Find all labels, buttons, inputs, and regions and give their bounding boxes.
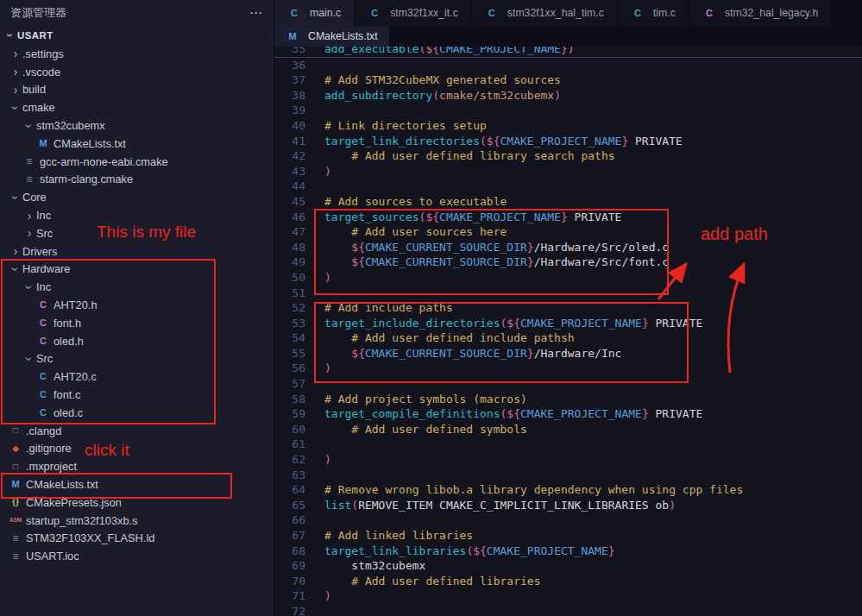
- tab-main.c[interactable]: Cmain.c: [274, 0, 355, 26]
- code-line[interactable]: 65list(REMOVE_ITEM CMAKE_C_IMPLICIT_LINK…: [274, 498, 862, 513]
- tree-item-label: Drivers: [22, 245, 58, 258]
- code-line[interactable]: 45# Add sources to executable: [274, 194, 862, 210]
- code-line[interactable]: 39: [274, 103, 862, 118]
- code-line[interactable]: 56): [274, 361, 862, 376]
- line-number: 67: [280, 528, 305, 544]
- tree-folder-.vscode[interactable]: ›.vscode: [0, 63, 274, 81]
- code-token: ): [568, 47, 575, 55]
- code-line[interactable]: 36: [274, 58, 862, 73]
- tree-file-AHT20.c[interactable]: CAHT20.c: [0, 368, 274, 386]
- code-line[interactable]: 37# Add STM32CubeMX generated sources: [274, 72, 862, 88]
- code-line[interactable]: 59target_compile_definitions(${CMAKE_PRO…: [274, 406, 862, 422]
- code-line[interactable]: 42 # Add user defined library search pat…: [274, 148, 862, 164]
- c-blue-file-icon: C: [36, 390, 50, 399]
- code-line[interactable]: 50): [274, 270, 862, 286]
- tree-item-label: USART.ioc: [26, 550, 79, 563]
- code-line[interactable]: 35add_executable(${CMAKE_PROJECT_NAME}): [274, 47, 862, 58]
- code-line[interactable]: 51: [274, 286, 862, 301]
- code-line[interactable]: 69 stm32cubemx: [274, 558, 862, 574]
- code-line[interactable]: 66: [274, 512, 862, 528]
- tab-label: stm32_hal_legacy.h: [725, 7, 818, 19]
- tab-stm32f1xx_it.c[interactable]: Cstm32f1xx_it.c: [355, 0, 472, 26]
- tree-item-label: starm-clang.cmake: [40, 173, 133, 185]
- line-number: 38: [280, 88, 305, 104]
- code-line[interactable]: 49 ${CMAKE_CURRENT_SOURCE_DIR}/Hardware/…: [274, 255, 862, 270]
- code-line[interactable]: 47 # Add user sources here: [274, 224, 862, 240]
- tree-file-AHT20.h[interactable]: CAHT20.h: [0, 296, 274, 314]
- code-token: # Add STM32CubeMX generated sources: [324, 73, 561, 86]
- tree-file-.gitignore[interactable]: ◆.gitignore: [0, 440, 274, 458]
- code-line[interactable]: 71): [274, 588, 862, 604]
- tab-cmakelists-txt[interactable]: M CMakeLists.txt: [274, 26, 390, 47]
- line-number: 43: [280, 164, 305, 179]
- tree-file-.mxproject[interactable]: □.mxproject: [0, 457, 274, 475]
- tree-file-oled.c[interactable]: Coled.c: [0, 404, 274, 422]
- code-line[interactable]: 60 # Add user defined symbols: [274, 422, 862, 437]
- code-line[interactable]: 43): [274, 164, 862, 179]
- code-line[interactable]: 55 ${CMAKE_CURRENT_SOURCE_DIR}/Hardware/…: [274, 346, 862, 361]
- lines-file-icon: ≡: [22, 174, 36, 185]
- tree-folder-Inc[interactable]: ›Inc: [0, 206, 274, 224]
- tree-folder-Src[interactable]: ›Src: [0, 224, 274, 242]
- code-line[interactable]: 52# Add include paths: [274, 300, 862, 316]
- tree-folder-Src[interactable]: ›Src: [0, 350, 274, 368]
- code-token: }: [642, 407, 649, 420]
- tab-tim.c[interactable]: Ctim.c: [618, 0, 689, 26]
- code-line[interactable]: 53target_include_directories(${CMAKE_PRO…: [274, 316, 862, 331]
- tree-folder-build[interactable]: ›build: [0, 81, 274, 99]
- tree-folder-stm32cubemx[interactable]: ›stm32cubemx: [0, 116, 274, 135]
- tree-file-gcc-arm-none-eabi.cmake[interactable]: ≡gcc-arm-none-eabi.cmake: [0, 153, 274, 171]
- tab-stm32_hal_legacy.h[interactable]: Cstm32_hal_legacy.h: [689, 0, 832, 26]
- code-line[interactable]: 41target_link_directories(${CMAKE_PROJEC…: [274, 134, 862, 149]
- more-actions-icon[interactable]: ⋯: [249, 5, 263, 21]
- tree-file-CMakeLists.txt[interactable]: MCMakeLists.txt: [0, 475, 274, 493]
- code-line[interactable]: 72: [274, 604, 862, 616]
- tree-file-oled.h[interactable]: Coled.h: [0, 332, 274, 350]
- tree-folder-.settings[interactable]: ›.settings: [0, 45, 274, 63]
- tree-file-STM32F103XX_FLASH.ld[interactable]: ≡STM32F103XX_FLASH.ld: [0, 530, 274, 548]
- tree-item-label: Src: [36, 227, 53, 240]
- code-line[interactable]: 44: [274, 179, 862, 194]
- tree-file-USART.ioc[interactable]: ≡USART.ioc: [0, 547, 274, 565]
- code-line[interactable]: 46target_sources(${CMAKE_PROJECT_NAME} P…: [274, 210, 862, 225]
- code-token: ): [669, 499, 676, 512]
- cmake-file-icon: M: [286, 32, 299, 41]
- c-source-file-icon: C: [287, 9, 301, 18]
- tree-file-font.h[interactable]: Cfont.h: [0, 314, 274, 332]
- code-line[interactable]: 63: [274, 468, 862, 483]
- code-line[interactable]: 58# Add project symbols (macros): [274, 392, 862, 407]
- tree-folder-Drivers[interactable]: ›Drivers: [0, 242, 274, 261]
- tab-label: tim.c: [653, 7, 676, 19]
- code-token: ): [324, 453, 331, 466]
- tree-file-.clangd[interactable]: □.clangd: [0, 422, 274, 440]
- tree-file-CMakePresets.json[interactable]: {}CMakePresets.json: [0, 493, 274, 512]
- tree-file-starm-clang.cmake[interactable]: ≡starm-clang.cmake: [0, 171, 274, 189]
- code-line[interactable]: 67# Add linked libraries: [274, 528, 862, 544]
- tree-folder-Core[interactable]: ›Core: [0, 188, 274, 206]
- code-line[interactable]: 68target_link_libraries(${CMAKE_PROJECT_…: [274, 544, 862, 559]
- c-source-file-icon: C: [631, 9, 645, 18]
- tree-file-startup_stm32f103xb.s[interactable]: ASMstartup_stm32f103xb.s: [0, 512, 274, 530]
- code-line[interactable]: 64# Remove wrong libob.a library depende…: [274, 482, 862, 498]
- tree-file-CMakeLists.txt[interactable]: MCMakeLists.txt: [0, 135, 274, 153]
- chevron-right-icon: ›: [22, 209, 36, 223]
- code-line[interactable]: 62): [274, 452, 862, 468]
- workspace-section-header[interactable]: › USART: [0, 26, 274, 45]
- tree-file-font.c[interactable]: Cfont.c: [0, 386, 274, 404]
- code-line[interactable]: 40# Link directories setup: [274, 118, 862, 134]
- tree-folder-cmake[interactable]: ›cmake: [0, 98, 274, 116]
- tree-folder-Inc[interactable]: ›Inc: [0, 278, 274, 296]
- tab-stm32f1xx_hal_tim.c[interactable]: Cstm32f1xx_hal_tim.c: [472, 0, 618, 26]
- tab-label: stm32f1xx_hal_tim.c: [507, 7, 604, 19]
- code-line[interactable]: 38add_subdirectory(cmake/stm32cubemx): [274, 88, 862, 104]
- code-token: /Hardware/Src/oled.c: [534, 241, 670, 254]
- tree-item-label: .clangd: [26, 424, 61, 437]
- code-line[interactable]: 61: [274, 437, 862, 452]
- code-line[interactable]: 70 # Add user defined libraries: [274, 574, 862, 589]
- tree-folder-Hardware[interactable]: ›Hardware: [0, 261, 274, 279]
- code-line[interactable]: 57: [274, 376, 862, 392]
- code-line[interactable]: 48 ${CMAKE_CURRENT_SOURCE_DIR}/Hardware/…: [274, 240, 862, 255]
- code-editor[interactable]: 35add_executable(${CMAKE_PROJECT_NAME})3…: [274, 47, 862, 616]
- code-token: # Add linked libraries: [324, 529, 473, 542]
- code-line[interactable]: 54 # Add user defined include pathsh: [274, 330, 862, 346]
